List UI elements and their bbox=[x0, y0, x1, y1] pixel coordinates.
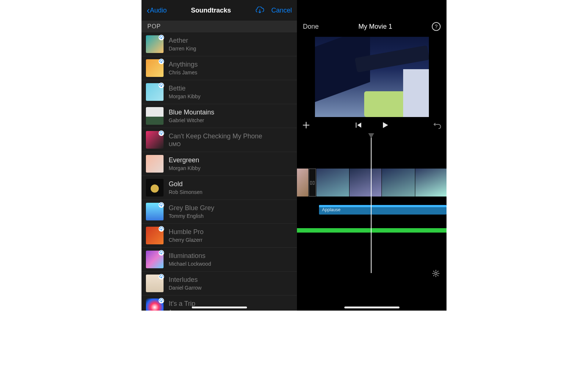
track-text: BettieMorgan Kibby bbox=[169, 85, 200, 99]
playhead-line[interactable] bbox=[371, 138, 372, 273]
skip-start-icon[interactable] bbox=[355, 122, 362, 128]
track-row[interactable]: Blue MountainsGabriel Witcher bbox=[141, 104, 297, 128]
header-title: Soundtracks bbox=[191, 7, 231, 14]
soundtracks-panel: ‹ Audio Soundtracks Cancel POP AetherDar… bbox=[141, 0, 297, 311]
album-art bbox=[146, 131, 164, 149]
home-indicator bbox=[192, 307, 247, 308]
help-icon[interactable]: ? bbox=[432, 22, 441, 31]
track-text: It's a TripJoywave bbox=[169, 300, 195, 311]
track-artist: Joywave bbox=[169, 309, 195, 311]
header-actions: Cancel bbox=[255, 7, 292, 14]
track-text: Grey Blue GreyTommy English bbox=[169, 204, 214, 219]
project-title: My Movie 1 bbox=[358, 23, 392, 31]
track-title: Humble Pro bbox=[169, 228, 204, 236]
timeline[interactable]: ▯▯ Applause bbox=[297, 133, 447, 288]
home-indicator bbox=[344, 307, 399, 308]
track-row[interactable]: AnythingsChris James bbox=[141, 56, 297, 80]
sound-effect-label: Applause bbox=[322, 207, 340, 212]
track-title: Can't Keep Checking My Phone bbox=[169, 132, 262, 141]
track-title: Anythings bbox=[169, 61, 198, 69]
album-art bbox=[146, 35, 164, 53]
track-title: Aether bbox=[169, 37, 196, 45]
undo-icon[interactable] bbox=[433, 121, 441, 129]
track-text: Blue MountainsGabriel Witcher bbox=[169, 109, 214, 123]
add-media-icon[interactable] bbox=[302, 121, 310, 129]
sound-effect-clip[interactable]: Applause bbox=[319, 205, 447, 215]
editor-header: Done My Movie 1 ? bbox=[297, 16, 447, 37]
cancel-button[interactable]: Cancel bbox=[271, 7, 292, 14]
album-art bbox=[146, 298, 164, 311]
track-row[interactable]: GoldRob Simonsen bbox=[141, 176, 297, 200]
cloud-badge-icon bbox=[158, 35, 164, 40]
track-row[interactable]: Humble ProCherry Glazerr bbox=[141, 224, 297, 248]
track-artist: Morgan Kibby bbox=[169, 165, 200, 171]
cloud-badge-icon bbox=[158, 59, 164, 64]
album-art bbox=[146, 83, 164, 101]
cloud-badge-icon bbox=[158, 274, 164, 280]
cloud-download-icon[interactable] bbox=[255, 7, 265, 14]
track-artist: Morgan Kibby bbox=[169, 93, 200, 99]
track-title: It's a Trip bbox=[169, 300, 195, 308]
track-artist: Rob Simonsen bbox=[169, 189, 202, 195]
track-row[interactable]: InterludesDaniel Garrow bbox=[141, 272, 297, 296]
album-art bbox=[146, 155, 164, 173]
track-row[interactable]: BettieMorgan Kibby bbox=[141, 80, 297, 104]
track-row[interactable]: IlluminationsMichael Lockwood bbox=[141, 248, 297, 272]
cloud-badge-icon bbox=[158, 202, 164, 208]
album-art bbox=[146, 275, 164, 292]
track-text: IlluminationsMichael Lockwood bbox=[169, 252, 211, 267]
track-title: Evergreen bbox=[169, 156, 200, 164]
video-clip[interactable] bbox=[415, 169, 447, 197]
video-clip[interactable] bbox=[316, 169, 349, 197]
album-art bbox=[146, 203, 164, 220]
settings-icon[interactable] bbox=[432, 269, 440, 277]
play-icon[interactable] bbox=[381, 121, 389, 129]
track-artist: UMO bbox=[169, 141, 262, 147]
album-art bbox=[146, 179, 164, 197]
transport-controls bbox=[297, 117, 447, 133]
track-list[interactable]: AetherDarren KingAnythingsChris JamesBet… bbox=[141, 32, 297, 311]
cloud-badge-icon bbox=[158, 130, 164, 136]
soundtracks-header: ‹ Audio Soundtracks Cancel bbox=[141, 0, 297, 21]
track-artist: Chris James bbox=[169, 70, 198, 75]
track-text: AnythingsChris James bbox=[169, 61, 198, 75]
editor-panel: Done My Movie 1 ? bbox=[297, 0, 447, 311]
track-text: Can't Keep Checking My PhoneUMO bbox=[169, 132, 262, 147]
cloud-badge-icon bbox=[158, 250, 164, 256]
video-track[interactable]: ▯▯ bbox=[297, 169, 447, 197]
cloud-badge-icon bbox=[158, 226, 164, 232]
track-text: EvergreenMorgan Kibby bbox=[169, 156, 200, 171]
section-header: POP bbox=[141, 21, 297, 32]
album-art bbox=[146, 107, 164, 125]
track-text: Humble ProCherry Glazerr bbox=[169, 228, 204, 243]
transition-icon[interactable]: ▯▯ bbox=[309, 169, 316, 197]
track-row[interactable]: Can't Keep Checking My PhoneUMO bbox=[141, 128, 297, 152]
chevron-left-icon: ‹ bbox=[147, 6, 150, 15]
soundtrack-clip[interactable] bbox=[297, 228, 447, 233]
track-artist: Gabriel Witcher bbox=[169, 117, 214, 123]
video-clip[interactable] bbox=[382, 169, 415, 197]
track-title: Bettie bbox=[169, 85, 200, 93]
video-preview[interactable] bbox=[315, 37, 429, 117]
done-button[interactable]: Done bbox=[303, 23, 319, 31]
track-row[interactable]: Grey Blue GreyTommy English bbox=[141, 200, 297, 224]
track-title: Gold bbox=[169, 180, 202, 188]
track-artist: Michael Lockwood bbox=[169, 261, 211, 267]
back-button[interactable]: ‹ Audio bbox=[147, 6, 167, 15]
track-row[interactable]: EvergreenMorgan Kibby bbox=[141, 152, 297, 176]
screenshot-stage: ‹ Audio Soundtracks Cancel POP AetherDar… bbox=[141, 0, 447, 311]
video-clip[interactable] bbox=[297, 169, 308, 197]
album-art bbox=[146, 251, 164, 268]
track-artist: Daniel Garrow bbox=[169, 285, 201, 291]
cloud-badge-icon bbox=[158, 298, 164, 304]
album-art bbox=[146, 227, 164, 244]
track-artist: Tommy English bbox=[169, 213, 214, 219]
track-title: Grey Blue Grey bbox=[169, 204, 214, 212]
back-label: Audio bbox=[150, 7, 167, 14]
track-title: Blue Mountains bbox=[169, 109, 214, 117]
track-text: GoldRob Simonsen bbox=[169, 180, 202, 195]
track-text: AetherDarren King bbox=[169, 37, 196, 52]
track-row[interactable]: AetherDarren King bbox=[141, 32, 297, 56]
track-title: Interludes bbox=[169, 276, 201, 284]
video-clip[interactable] bbox=[349, 169, 381, 197]
